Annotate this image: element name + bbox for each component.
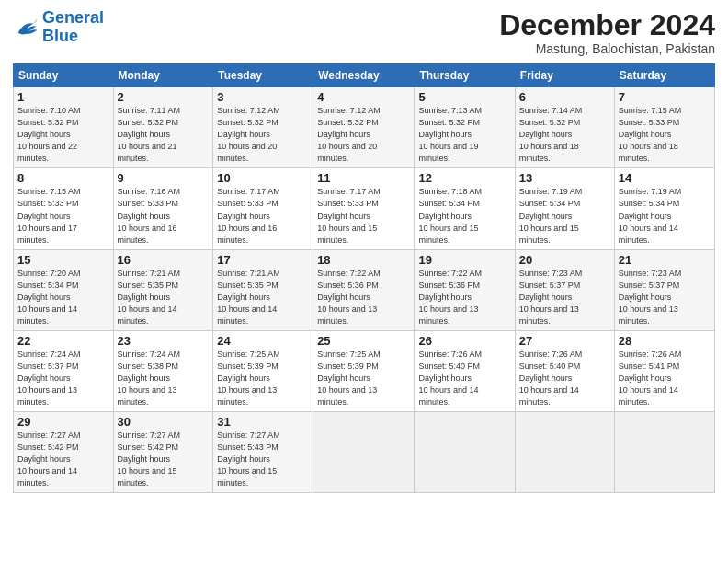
day-number: 15: [17, 253, 109, 267]
day-number: 9: [118, 171, 210, 185]
day-info: Sunrise: 7:26 AMSunset: 5:41 PMDaylight …: [619, 349, 711, 408]
calendar-cell: 18Sunrise: 7:22 AMSunset: 5:36 PMDayligh…: [313, 249, 415, 330]
calendar-cell: [614, 412, 714, 493]
calendar-week-4: 22Sunrise: 7:24 AMSunset: 5:37 PMDayligh…: [14, 330, 715, 411]
calendar-cell: 21Sunrise: 7:23 AMSunset: 5:37 PMDayligh…: [614, 249, 714, 330]
calendar-cell: 13Sunrise: 7:19 AMSunset: 5:34 PMDayligh…: [515, 168, 614, 249]
day-info: Sunrise: 7:27 AMSunset: 5:42 PMDaylight …: [17, 430, 109, 489]
calendar-cell: 6Sunrise: 7:14 AMSunset: 5:32 PMDaylight…: [515, 87, 614, 168]
day-info: Sunrise: 7:12 AMSunset: 5:32 PMDaylight …: [317, 105, 410, 165]
day-number: 26: [418, 334, 510, 348]
calendar-cell: 25Sunrise: 7:25 AMSunset: 5:39 PMDayligh…: [313, 330, 415, 411]
day-info: Sunrise: 7:25 AMSunset: 5:39 PMDaylight …: [217, 349, 309, 408]
calendar-cell: 23Sunrise: 7:24 AMSunset: 5:38 PMDayligh…: [113, 330, 213, 411]
calendar-cell: 17Sunrise: 7:21 AMSunset: 5:35 PMDayligh…: [213, 249, 313, 330]
day-number: 21: [619, 253, 711, 267]
calendar-cell: 4Sunrise: 7:12 AMSunset: 5:32 PMDaylight…: [313, 87, 415, 168]
day-number: 22: [17, 334, 109, 348]
header-thursday: Thursday: [415, 64, 515, 87]
day-info: Sunrise: 7:26 AMSunset: 5:40 PMDaylight …: [418, 349, 510, 408]
day-info: Sunrise: 7:17 AMSunset: 5:33 PMDaylight …: [217, 186, 309, 246]
calendar-cell: 14Sunrise: 7:19 AMSunset: 5:34 PMDayligh…: [614, 168, 714, 249]
day-number: 2: [118, 90, 210, 104]
day-number: 25: [317, 334, 410, 348]
day-number: 19: [418, 253, 510, 267]
day-number: 5: [418, 90, 510, 104]
day-number: 7: [619, 90, 711, 104]
day-number: 27: [519, 334, 610, 348]
logo: General Blue: [13, 9, 104, 46]
day-number: 24: [217, 334, 309, 348]
day-info: Sunrise: 7:27 AMSunset: 5:43 PMDaylight …: [217, 430, 309, 489]
day-number: 6: [519, 90, 610, 104]
day-info: Sunrise: 7:19 AMSunset: 5:34 PMDaylight …: [619, 186, 711, 246]
day-info: Sunrise: 7:11 AMSunset: 5:32 PMDaylight …: [118, 105, 210, 165]
day-info: Sunrise: 7:27 AMSunset: 5:42 PMDaylight …: [118, 430, 210, 489]
day-number: 10: [217, 171, 309, 185]
day-info: Sunrise: 7:15 AMSunset: 5:33 PMDaylight …: [619, 105, 711, 165]
day-number: 4: [317, 90, 410, 104]
day-number: 13: [519, 171, 610, 185]
day-number: 3: [217, 90, 309, 104]
header-friday: Friday: [515, 64, 614, 87]
calendar-cell: 15Sunrise: 7:20 AMSunset: 5:34 PMDayligh…: [14, 249, 114, 330]
day-info: Sunrise: 7:23 AMSunset: 5:37 PMDaylight …: [519, 268, 610, 327]
calendar-table: SundayMondayTuesdayWednesdayThursdayFrid…: [13, 63, 715, 493]
calendar-cell: [313, 412, 415, 493]
calendar-cell: 3Sunrise: 7:12 AMSunset: 5:32 PMDaylight…: [213, 87, 313, 168]
day-number: 20: [519, 253, 610, 267]
calendar-cell: 5Sunrise: 7:13 AMSunset: 5:32 PMDaylight…: [415, 87, 515, 168]
day-number: 28: [619, 334, 711, 348]
day-number: 31: [217, 415, 309, 429]
calendar-cell: 22Sunrise: 7:24 AMSunset: 5:37 PMDayligh…: [14, 330, 114, 411]
calendar-cell: 2Sunrise: 7:11 AMSunset: 5:32 PMDaylight…: [113, 87, 213, 168]
day-info: Sunrise: 7:26 AMSunset: 5:40 PMDaylight …: [519, 349, 610, 408]
logo-icon: [13, 15, 39, 40]
day-info: Sunrise: 7:16 AMSunset: 5:33 PMDaylight …: [118, 186, 210, 246]
day-info: Sunrise: 7:18 AMSunset: 5:34 PMDaylight …: [418, 186, 510, 246]
calendar-week-3: 15Sunrise: 7:20 AMSunset: 5:34 PMDayligh…: [14, 249, 715, 330]
calendar-cell: 12Sunrise: 7:18 AMSunset: 5:34 PMDayligh…: [415, 168, 515, 249]
day-number: 1: [17, 90, 109, 104]
calendar-cell: 16Sunrise: 7:21 AMSunset: 5:35 PMDayligh…: [113, 249, 213, 330]
logo-text: General Blue: [42, 9, 104, 46]
day-info: Sunrise: 7:24 AMSunset: 5:37 PMDaylight …: [17, 349, 109, 408]
calendar-cell: 11Sunrise: 7:17 AMSunset: 5:33 PMDayligh…: [313, 168, 415, 249]
calendar-week-5: 29Sunrise: 7:27 AMSunset: 5:42 PMDayligh…: [14, 412, 715, 493]
calendar-cell: [515, 412, 614, 493]
day-number: 8: [17, 171, 109, 185]
day-info: Sunrise: 7:21 AMSunset: 5:35 PMDaylight …: [118, 268, 210, 327]
calendar-cell: 20Sunrise: 7:23 AMSunset: 5:37 PMDayligh…: [515, 249, 614, 330]
day-number: 12: [418, 171, 510, 185]
day-number: 14: [619, 171, 711, 185]
month-title: December 2024: [499, 9, 715, 41]
day-number: 29: [17, 415, 109, 429]
calendar-cell: 9Sunrise: 7:16 AMSunset: 5:33 PMDaylight…: [113, 168, 213, 249]
page-header: General Blue December 2024 Mastung, Balo…: [13, 9, 715, 56]
day-info: Sunrise: 7:22 AMSunset: 5:36 PMDaylight …: [317, 268, 410, 327]
calendar-cell: [415, 412, 515, 493]
header-monday: Monday: [113, 64, 213, 87]
day-info: Sunrise: 7:20 AMSunset: 5:34 PMDaylight …: [17, 268, 109, 327]
day-info: Sunrise: 7:13 AMSunset: 5:32 PMDaylight …: [418, 105, 510, 165]
calendar-cell: 28Sunrise: 7:26 AMSunset: 5:41 PMDayligh…: [614, 330, 714, 411]
day-info: Sunrise: 7:24 AMSunset: 5:38 PMDaylight …: [118, 349, 210, 408]
day-info: Sunrise: 7:19 AMSunset: 5:34 PMDaylight …: [519, 186, 610, 246]
calendar-cell: 31Sunrise: 7:27 AMSunset: 5:43 PMDayligh…: [213, 412, 313, 493]
calendar-cell: 10Sunrise: 7:17 AMSunset: 5:33 PMDayligh…: [213, 168, 313, 249]
header-tuesday: Tuesday: [213, 64, 313, 87]
calendar-cell: 8Sunrise: 7:15 AMSunset: 5:33 PMDaylight…: [14, 168, 114, 249]
day-info: Sunrise: 7:10 AMSunset: 5:32 PMDaylight …: [17, 105, 109, 165]
day-info: Sunrise: 7:23 AMSunset: 5:37 PMDaylight …: [619, 268, 711, 327]
day-info: Sunrise: 7:12 AMSunset: 5:32 PMDaylight …: [217, 105, 309, 165]
calendar-week-1: 1Sunrise: 7:10 AMSunset: 5:32 PMDaylight…: [14, 87, 715, 168]
calendar-cell: 29Sunrise: 7:27 AMSunset: 5:42 PMDayligh…: [14, 412, 114, 493]
day-number: 17: [217, 253, 309, 267]
calendar-cell: 1Sunrise: 7:10 AMSunset: 5:32 PMDaylight…: [14, 87, 114, 168]
calendar-cell: 26Sunrise: 7:26 AMSunset: 5:40 PMDayligh…: [415, 330, 515, 411]
day-info: Sunrise: 7:14 AMSunset: 5:32 PMDaylight …: [519, 105, 610, 165]
calendar-header-row: SundayMondayTuesdayWednesdayThursdayFrid…: [14, 64, 715, 87]
calendar-cell: 7Sunrise: 7:15 AMSunset: 5:33 PMDaylight…: [614, 87, 714, 168]
day-info: Sunrise: 7:17 AMSunset: 5:33 PMDaylight …: [317, 186, 410, 246]
day-number: 23: [118, 334, 210, 348]
